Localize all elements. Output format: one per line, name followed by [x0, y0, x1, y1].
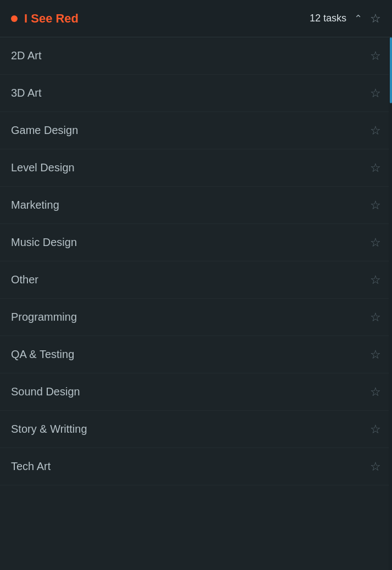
scrollbar-thumb[interactable]	[390, 37, 392, 103]
category-list: 2D Art☆3D Art☆Game Design☆Level Design☆M…	[0, 37, 392, 485]
item-label-level-design: Level Design	[11, 161, 75, 174]
item-label-2d-art: 2D Art	[11, 49, 42, 62]
item-label-3d-art: 3D Art	[11, 87, 42, 99]
item-label-other: Other	[11, 273, 38, 286]
list-item-2d-art[interactable]: 2D Art☆	[0, 37, 392, 75]
item-label-tech-art: Tech Art	[11, 460, 51, 473]
list-item-music-design[interactable]: Music Design☆	[0, 224, 392, 261]
header-left: I See Red	[11, 12, 79, 26]
item-star-qa-testing[interactable]: ☆	[370, 349, 381, 361]
item-label-story-writting: Story & Writting	[11, 423, 87, 435]
item-label-qa-testing: QA & Testing	[11, 348, 74, 361]
item-star-story-writting[interactable]: ☆	[370, 423, 381, 435]
page-title: I See Red	[24, 12, 79, 26]
list-item-3d-art[interactable]: 3D Art☆	[0, 75, 392, 112]
item-star-music-design[interactable]: ☆	[370, 237, 381, 249]
item-label-marketing: Marketing	[11, 199, 59, 211]
list-item-marketing[interactable]: Marketing☆	[0, 187, 392, 224]
header: I See Red 12 tasks ⌃ ☆	[0, 0, 392, 37]
item-label-programming: Programming	[11, 311, 77, 323]
list-item-programming[interactable]: Programming☆	[0, 299, 392, 336]
list-item-level-design[interactable]: Level Design☆	[0, 149, 392, 187]
list-item-tech-art[interactable]: Tech Art☆	[0, 448, 392, 485]
status-dot	[11, 15, 18, 22]
item-star-level-design[interactable]: ☆	[370, 162, 381, 174]
scrollbar-track	[389, 37, 392, 570]
tasks-count: 12 tasks	[310, 13, 346, 24]
item-star-sound-design[interactable]: ☆	[370, 386, 381, 398]
list-item-sound-design[interactable]: Sound Design☆	[0, 373, 392, 411]
list-item-qa-testing[interactable]: QA & Testing☆	[0, 336, 392, 373]
item-star-marketing[interactable]: ☆	[370, 199, 381, 211]
collapse-button[interactable]: ⌃	[354, 13, 362, 25]
list-item-story-writting[interactable]: Story & Writting☆	[0, 411, 392, 448]
list-item-other[interactable]: Other☆	[0, 261, 392, 299]
item-label-music-design: Music Design	[11, 236, 77, 249]
item-star-tech-art[interactable]: ☆	[370, 461, 381, 473]
header-star-icon[interactable]: ☆	[370, 13, 381, 25]
item-star-other[interactable]: ☆	[370, 274, 381, 286]
item-label-sound-design: Sound Design	[11, 385, 80, 398]
list-item-game-design[interactable]: Game Design☆	[0, 112, 392, 149]
item-label-game-design: Game Design	[11, 124, 78, 137]
item-star-3d-art[interactable]: ☆	[370, 87, 381, 99]
item-star-programming[interactable]: ☆	[370, 311, 381, 323]
item-star-2d-art[interactable]: ☆	[370, 50, 381, 62]
header-right: 12 tasks ⌃ ☆	[310, 13, 381, 25]
item-star-game-design[interactable]: ☆	[370, 125, 381, 137]
